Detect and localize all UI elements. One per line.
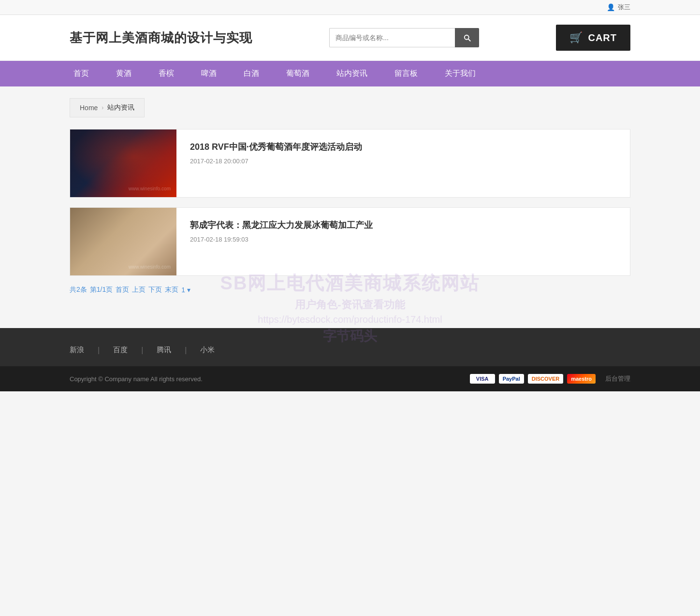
payment-methods: VISA PayPal DISCOVER maestro 后台管理 [470,374,630,384]
main-nav: 首页黄酒香槟啤酒白酒葡萄酒站内资讯留言板关于我们 [0,61,700,86]
footer-link-腾讯[interactable]: 腾讯 [143,345,185,355]
search-area [329,28,479,47]
visa-badge: VISA [470,374,495,384]
news-date: 2017-02-18 19:59:03 [190,236,616,243]
footer-link-新浪[interactable]: 新浪 [70,345,98,355]
footer-link-百度[interactable]: 百度 [100,345,141,355]
nav-item-留言板[interactable]: 留言板 [381,61,431,86]
site-title: 基于网上美酒商城的设计与实现 [70,29,252,46]
footer: 新浪|百度|腾讯|小米 Copyright © Company name All… [0,328,700,391]
paypal-badge: PayPal [499,374,524,384]
dropdown-icon: ▾ [187,286,190,294]
news-body: 2018 RVF中国·优秀葡萄酒年度评选活动启动2017-02-18 20:00… [176,129,630,197]
breadcrumb-separator: › [102,104,103,111]
header: 基于网上美酒商城的设计与实现 🛒 CART [0,15,700,61]
search-button[interactable] [455,28,479,47]
pagination-page-info: 第1/1页 [90,286,113,294]
footer-links: 新浪|百度|腾讯|小米 [60,345,640,366]
pagination-prev[interactable]: 上页 [132,286,146,294]
news-image: www.winesinfo.com [70,208,176,275]
pagination-last[interactable]: 末页 [165,286,178,294]
top-bar: 👤 张三 [0,0,700,15]
nav-item-白酒[interactable]: 白酒 [230,61,273,86]
nav-item-首页[interactable]: 首页 [60,61,102,86]
pagination: 共2条 第1/1页 首页 上页 下页 末页 1 ▾ [70,286,630,294]
pagination-total: 共2条 [70,286,87,294]
footer-bottom: Copyright © Company name All rights rese… [0,366,700,391]
image-label: www.winesinfo.com [125,182,175,195]
nav-item-站内资讯[interactable]: 站内资讯 [323,61,381,86]
nav-item-香槟[interactable]: 香槟 [145,61,188,86]
discover-badge: DISCOVER [528,374,563,384]
maestro-badge: maestro [567,374,596,384]
nav-item-黄酒[interactable]: 黄酒 [102,61,145,86]
nav-item-葡萄酒[interactable]: 葡萄酒 [273,61,323,86]
news-image: www.winesinfo.com [70,129,176,197]
nav-item-啤酒[interactable]: 啤酒 [188,61,230,86]
username: 张三 [618,3,630,12]
admin-link[interactable]: 后台管理 [605,374,630,383]
news-card[interactable]: www.winesinfo.com郭成宇代表：黑龙江应大力发展冰葡萄加工产业20… [70,207,630,276]
user-icon: 👤 [607,3,615,11]
news-card[interactable]: www.winesinfo.com2018 RVF中国·优秀葡萄酒年度评选活动启… [70,129,630,198]
page-select[interactable]: 1 ▾ [181,286,190,294]
news-body: 郭成宇代表：黑龙江应大力发展冰葡萄加工产业2017-02-18 19:59:03 [176,208,630,275]
breadcrumb-section: Home › 站内资讯 [60,98,640,117]
nav-item-关于我们[interactable]: 关于我们 [431,61,489,86]
news-title[interactable]: 2018 RVF中国·优秀葡萄酒年度评选活动启动 [190,141,616,153]
pagination-first[interactable]: 首页 [116,286,129,294]
cart-icon: 🛒 [569,31,583,44]
copyright: Copyright © Company name All rights rese… [70,375,203,383]
image-label: www.winesinfo.com [125,260,175,273]
footer-link-小米[interactable]: 小米 [187,345,228,355]
pagination-next[interactable]: 下页 [148,286,162,294]
search-input[interactable] [329,28,455,47]
breadcrumb: Home › 站内资讯 [70,98,145,117]
cart-label: CART [588,32,617,43]
news-date: 2017-02-18 20:00:07 [190,158,616,165]
news-title[interactable]: 郭成宇代表：黑龙江应大力发展冰葡萄加工产业 [190,219,616,231]
breadcrumb-current: 站内资讯 [107,103,134,112]
cart-button[interactable]: 🛒 CART [556,25,630,51]
search-icon [463,33,471,42]
main-content: www.winesinfo.com2018 RVF中国·优秀葡萄酒年度评选活动启… [60,129,640,328]
pagination-page-num: 1 [181,286,185,294]
breadcrumb-home[interactable]: Home [80,104,98,112]
